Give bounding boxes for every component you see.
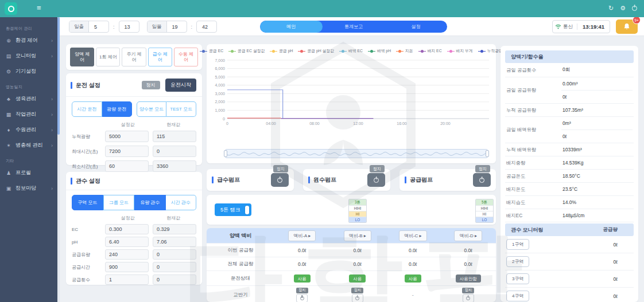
sidebar-item-정보마당[interactable]: ▣정보마당› [0, 181, 57, 196]
chevron-right-icon: › [51, 53, 53, 59]
alarm-bell-button[interactable]: 9+ [616, 19, 638, 34]
fert-button-액비-B[interactable]: 액비-B ▸ [344, 230, 371, 241]
sidebar-item-병충해 관리[interactable]: ✶병충해 관리› [0, 138, 57, 153]
set-value-input[interactable]: 900 [105, 262, 149, 272]
power-icon[interactable] [632, 6, 637, 11]
gear-icon[interactable]: ⚙ [620, 5, 626, 12]
mixer-power-button[interactable] [296, 294, 308, 302]
water-toggle-시간 관수[interactable]: 시간 관수 [166, 195, 197, 210]
set-value-input[interactable]: 5000 [105, 131, 149, 142]
sidebar-item-환경 제어[interactable]: ⊕환경 제어› [0, 33, 57, 48]
fert-button-액비-A[interactable]: 액비-A ▸ [288, 230, 316, 241]
sunset-hour-input[interactable]: 19 [167, 24, 187, 30]
navigator-handle-right[interactable] [486, 150, 489, 157]
control-tab-주기 제어[interactable]: 주기 제어 [122, 48, 146, 66]
fert-button-액비-C[interactable]: 액비-C ▸ [399, 230, 427, 241]
info-value: 0.00m³0ℓ [561, 77, 633, 103]
legend-item-배액 EC[interactable]: 배액 EC [339, 48, 363, 54]
sidebar-item-생육관리[interactable]: ♣생육관리› [0, 91, 57, 107]
legend-item-배지 EC[interactable]: 배지 EC [418, 48, 442, 54]
line-chart: 01,0002,0003,0004,0005,0006,0007,000004:… [210, 58, 492, 137]
run-toggle-TEST 모드[interactable]: TEST 모드 [166, 101, 196, 117]
run-toggle-광량 운전[interactable]: 광량 운전 [102, 101, 132, 117]
sunrise-minute-input[interactable]: 13 [119, 24, 139, 30]
sidebar-item-수원관리[interactable]: ♦수원관리› [0, 122, 57, 138]
legend-item-공급 pH 설정값[interactable]: 공급 pH 설정값 [298, 48, 333, 54]
pump-power-button[interactable] [271, 173, 289, 187]
run-toggle-양수분 모드[interactable]: 양수분 모드 [137, 101, 167, 117]
zone-button-2구역[interactable]: 2구역 [506, 256, 529, 267]
pump-power-button[interactable] [367, 173, 385, 187]
control-tab-양액 제어[interactable]: 양액 제어 [70, 48, 94, 66]
legend-item-공급 pH[interactable]: 공급 pH [270, 48, 293, 54]
legend-item-배액 pH[interactable]: 배액 pH [368, 48, 391, 54]
power-icon [479, 178, 484, 183]
column-headers: 설정값 현재값 [72, 121, 196, 128]
view-tab-통계보고[interactable]: 통계보고 [323, 21, 385, 33]
plant-icon: ♣ [6, 96, 11, 102]
svg-text:04:00: 04:00 [266, 121, 276, 125]
legend-item-공급 EC 설정값[interactable]: 공급 EC 설정값 [228, 48, 265, 54]
control-tabs-card: 양액 제어1회 제어주기 제어급수 제어수동 제어 [66, 44, 202, 70]
legend-marker [228, 49, 236, 53]
mixer-power-button[interactable] [463, 294, 474, 302]
accent-bar [212, 177, 214, 183]
water-toggle-유량 관수[interactable]: 유량 관수 [134, 195, 166, 210]
svg-text:20:00: 20:00 [440, 121, 451, 125]
legend-label: 배지 무게 [456, 48, 473, 54]
zone-button-1구역[interactable]: 1구역 [506, 239, 529, 250]
control-tab-1회 제어[interactable]: 1회 제어 [96, 48, 120, 66]
run-toggle-시간 운전[interactable]: 시간 운전 [72, 101, 102, 117]
water-toggle-구역 모드[interactable]: 구역 모드 [72, 195, 103, 210]
control-tab-수동 제어[interactable]: 수동 제어 [174, 48, 198, 66]
view-tab-메인[interactable]: 메인 [260, 21, 323, 33]
setting-row-최소시간(초): 최소시간(초)603360 [72, 160, 196, 172]
tank-level-widget-3톤: 3톤HIHIHILO [348, 199, 367, 223]
fert-button-액비-D[interactable]: 액비-D ▸ [454, 230, 482, 241]
legend-item-누적광량[interactable]: 누적광량 [478, 48, 503, 54]
set-value-input[interactable]: 1 [105, 274, 149, 285]
set-value-input[interactable]: 6.40 [105, 237, 149, 247]
navigator-handle-left[interactable] [224, 150, 227, 157]
control-tab-급수 제어[interactable]: 급수 제어 [148, 48, 172, 66]
sunset-minute-input[interactable]: 42 [197, 24, 216, 30]
chevron-right-icon: › [51, 112, 53, 117]
set-value-input[interactable]: 60 [105, 160, 149, 172]
refresh-icon[interactable]: ↻ [608, 5, 614, 12]
sunset-hour-box: 일몰 19 [147, 21, 187, 33]
zone-button-4구역[interactable]: 4구역 [506, 291, 529, 301]
sidebar-item-프로필[interactable]: ♟프로필 [0, 165, 57, 181]
app-logo[interactable] [5, 2, 17, 15]
set-value-input[interactable]: 7200 [105, 146, 149, 157]
supply-total-row: 전체 공급량0.0ℓ0.0ℓ0.0ℓ0.0ℓ [207, 257, 496, 270]
pump-power-button[interactable] [473, 173, 491, 187]
setting-label: 공급시간 [72, 264, 105, 270]
chevron-right-icon: › [51, 143, 53, 148]
legend-item-지온[interactable]: 지온 [396, 48, 413, 54]
chart-range-navigator[interactable] [225, 149, 488, 158]
scrollbar-thumb[interactable] [57, 17, 60, 135]
run-mode-toggles: 시간 운전광량 운전양수분 모드TEST 모드 [72, 101, 196, 117]
zone-button-3구역[interactable]: 3구역 [506, 273, 529, 284]
view-tab-설정[interactable]: 설정 [385, 21, 447, 33]
sunrise-minute-box: 13 [119, 21, 139, 33]
sunrise-hour-input[interactable]: 5 [89, 24, 108, 30]
state-badge: 사용 [405, 274, 421, 283]
sidebar-item-기기설정[interactable]: ⚙기기설정 [0, 64, 57, 79]
sidebar-collapse-icon[interactable]: ≡ [37, 3, 41, 12]
set-value-input[interactable]: 0.300 [105, 224, 149, 234]
svg-text:5,000: 5,000 [215, 75, 225, 79]
water-toggle-그룹 모드[interactable]: 그룹 모드 [103, 195, 135, 210]
sidebar-item-모니터링[interactable]: ▤모니터링› [0, 48, 57, 64]
accent-bar [405, 177, 406, 183]
pump-title: 원수펌프 [313, 176, 336, 184]
legend-item-공급 EC[interactable]: 공급 EC [200, 48, 223, 54]
tank-5ton-toggle-button[interactable]: 5톤 탱크 [215, 203, 251, 216]
run-start-button[interactable]: 운전시작 [165, 79, 196, 92]
set-value-input[interactable]: 240 [105, 249, 149, 260]
current-value-field: 0 [153, 146, 196, 157]
info-value: 14.539Kg [561, 156, 633, 169]
mixer-power-button[interactable] [352, 294, 363, 302]
legend-item-배지 무게[interactable]: 배지 무게 [447, 48, 473, 54]
sidebar-item-작업관리[interactable]: ▦작업관리› [0, 107, 57, 122]
